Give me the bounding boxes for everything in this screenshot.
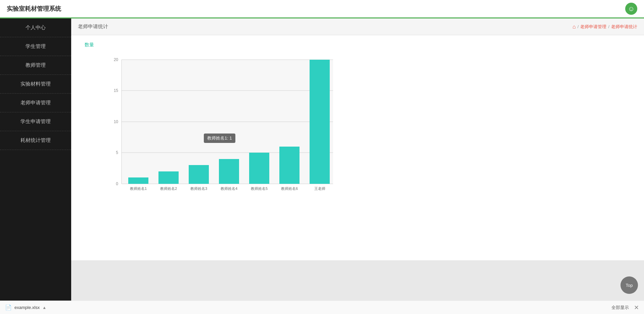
bar-4 xyxy=(219,159,239,184)
sidebar-item-personal-center[interactable]: 个人中心 xyxy=(0,18,71,37)
svg-text:教师姓名2: 教师姓名2 xyxy=(160,187,177,191)
breadcrumb: ⌂ / 老师申请管理 / 老师申请统计 xyxy=(572,24,637,30)
bar-7 xyxy=(310,60,330,184)
svg-text:教师姓名5: 教师姓名5 xyxy=(251,187,268,191)
breadcrumb-current: 老师申请统计 xyxy=(611,24,637,30)
breadcrumb-sep-2: / xyxy=(608,24,609,29)
bar-3 xyxy=(189,165,209,184)
close-download-button[interactable]: ✕ xyxy=(634,305,639,311)
svg-text:20: 20 xyxy=(114,57,119,62)
svg-text:15: 15 xyxy=(114,88,119,93)
footer-area xyxy=(71,260,644,301)
sidebar-item-teacher-apply-management[interactable]: 老师申请管理 xyxy=(0,94,71,112)
chart-container: 数量 教师姓名1: 1 0 5 xyxy=(71,35,644,260)
bar-6 xyxy=(279,147,300,184)
chart-y-label: 数量 xyxy=(85,42,631,48)
bar-5 xyxy=(249,153,269,184)
svg-text:教师姓名1: 教师姓名1 xyxy=(130,187,147,191)
avatar[interactable]: ☺ xyxy=(625,3,637,15)
top-button[interactable]: Top xyxy=(620,276,638,294)
svg-text:王老师: 王老师 xyxy=(314,187,325,191)
breadcrumb-sep-1: / xyxy=(578,24,579,29)
main-layout: 个人中心 学生管理 教师管理 实验材料管理 老师申请管理 学生申请管理 耗材统计… xyxy=(0,18,644,301)
app-header: 实验室耗材管理系统 ☺ xyxy=(0,0,644,18)
svg-text:教师姓名3: 教师姓名3 xyxy=(190,187,207,191)
sidebar: 个人中心 学生管理 教师管理 实验材料管理 老师申请管理 学生申请管理 耗材统计… xyxy=(0,18,71,301)
show-all-button[interactable]: 全部显示 xyxy=(611,305,629,311)
svg-text:教师姓名6: 教师姓名6 xyxy=(281,187,298,191)
sidebar-item-consumable-stats-management[interactable]: 耗材统计管理 xyxy=(0,131,71,150)
content-area: 老师申请统计 ⌂ / 老师申请管理 / 老师申请统计 数量 教师姓名1: 1 xyxy=(71,18,644,301)
bottom-actions: 全部显示 ✕ xyxy=(611,305,639,311)
expand-icon[interactable]: ▲ xyxy=(42,305,46,310)
svg-text:0: 0 xyxy=(116,181,118,186)
download-item: 📄 example.xlsx ▲ xyxy=(5,304,46,311)
download-filename: example.xlsx xyxy=(14,305,40,310)
bar-chart: 0 5 10 15 20 教师姓名1 教师姓名 xyxy=(105,51,340,202)
breadcrumb-teacher-apply[interactable]: 老师申请管理 xyxy=(580,24,606,30)
bottom-bar: 📄 example.xlsx ▲ 全部显示 ✕ xyxy=(0,301,644,314)
app-title: 实验室耗材管理系统 xyxy=(7,5,61,13)
content-header: 老师申请统计 ⌂ / 老师申请管理 / 老师申请统计 xyxy=(71,18,644,35)
sidebar-item-student-apply-management[interactable]: 学生申请管理 xyxy=(0,112,71,131)
sidebar-item-material-management[interactable]: 实验材料管理 xyxy=(0,75,71,94)
bar-1 xyxy=(128,177,148,184)
page-title: 老师申请统计 xyxy=(78,23,108,30)
chart-wrapper: 教师姓名1: 1 0 5 10 xyxy=(105,51,340,202)
svg-text:5: 5 xyxy=(116,150,118,155)
home-icon[interactable]: ⌂ xyxy=(572,24,576,30)
sidebar-item-teacher-management[interactable]: 教师管理 xyxy=(0,56,71,75)
file-icon: 📄 xyxy=(5,304,12,311)
bar-2 xyxy=(158,171,179,184)
svg-text:教师姓名4: 教师姓名4 xyxy=(221,187,237,191)
sidebar-item-student-management[interactable]: 学生管理 xyxy=(0,37,71,56)
svg-text:10: 10 xyxy=(114,119,119,124)
